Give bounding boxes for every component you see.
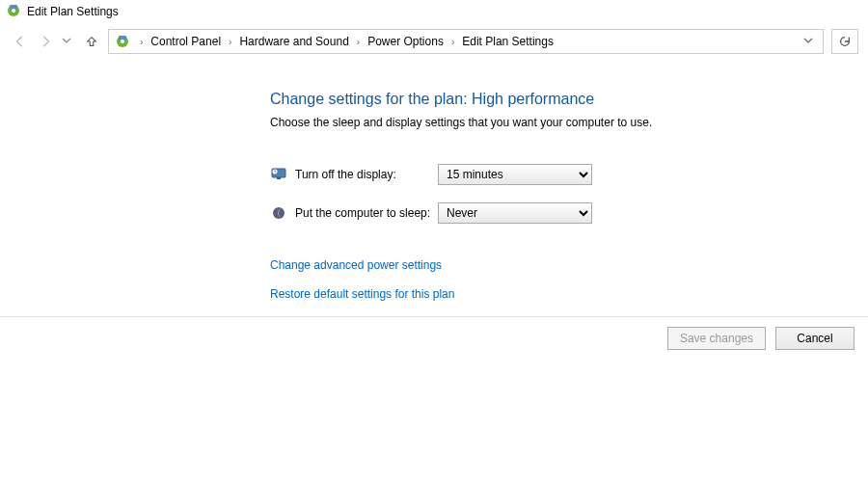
page-description: Choose the sleep and display settings th… — [270, 116, 868, 129]
display-off-select[interactable]: 15 minutes — [438, 164, 592, 185]
breadcrumb-power-options[interactable]: Power Options — [366, 35, 446, 48]
display-off-label: Turn off the display: — [295, 168, 438, 181]
sleep-label: Put the computer to sleep: — [295, 206, 438, 220]
advanced-settings-link[interactable]: Change advanced power settings — [270, 258, 868, 272]
sleep-select[interactable]: Never — [438, 202, 592, 224]
breadcrumb-edit-plan-settings[interactable]: Edit Plan Settings — [460, 35, 556, 48]
footer: Save changes Cancel — [0, 317, 868, 360]
breadcrumb-separator-icon: › — [353, 37, 364, 47]
forward-button[interactable] — [35, 31, 56, 52]
nav-bar: › Control Panel › Hardware and Sound › P… — [0, 23, 868, 64]
page-heading: Change settings for the plan: High perfo… — [270, 91, 868, 108]
address-bar[interactable]: › Control Panel › Hardware and Sound › P… — [108, 29, 824, 54]
cancel-button[interactable]: Cancel — [775, 327, 854, 350]
recent-locations-chevron-icon[interactable] — [60, 36, 73, 47]
title-bar: Edit Plan Settings — [0, 0, 868, 23]
breadcrumb-separator-icon: › — [448, 37, 458, 47]
address-history-chevron-icon[interactable] — [800, 34, 817, 49]
svg-point-5 — [121, 40, 124, 43]
control-panel-icon — [6, 3, 21, 21]
window-title: Edit Plan Settings — [27, 5, 119, 18]
control-panel-icon — [115, 34, 130, 49]
main-content: Change settings for the plan: High perfo… — [0, 64, 868, 301]
save-changes-button[interactable]: Save changes — [667, 327, 766, 350]
back-button[interactable] — [10, 31, 31, 52]
breadcrumb-separator-icon: › — [225, 37, 235, 47]
setting-display-off: Turn off the display: 15 minutes — [270, 164, 868, 185]
setting-sleep: Put the computer to sleep: Never — [270, 202, 868, 224]
breadcrumb-separator-icon: › — [136, 37, 147, 47]
display-icon — [270, 166, 287, 183]
links-section: Change advanced power settings Restore d… — [270, 258, 868, 301]
refresh-button[interactable] — [831, 29, 858, 54]
svg-point-9 — [273, 207, 285, 219]
breadcrumb-control-panel[interactable]: Control Panel — [149, 35, 223, 48]
restore-defaults-link[interactable]: Restore default settings for this plan — [270, 287, 868, 301]
moon-icon — [270, 204, 287, 222]
svg-rect-7 — [277, 177, 281, 179]
svg-point-2 — [12, 9, 15, 13]
breadcrumb-hardware-and-sound[interactable]: Hardware and Sound — [237, 35, 350, 48]
up-button[interactable] — [81, 31, 102, 52]
